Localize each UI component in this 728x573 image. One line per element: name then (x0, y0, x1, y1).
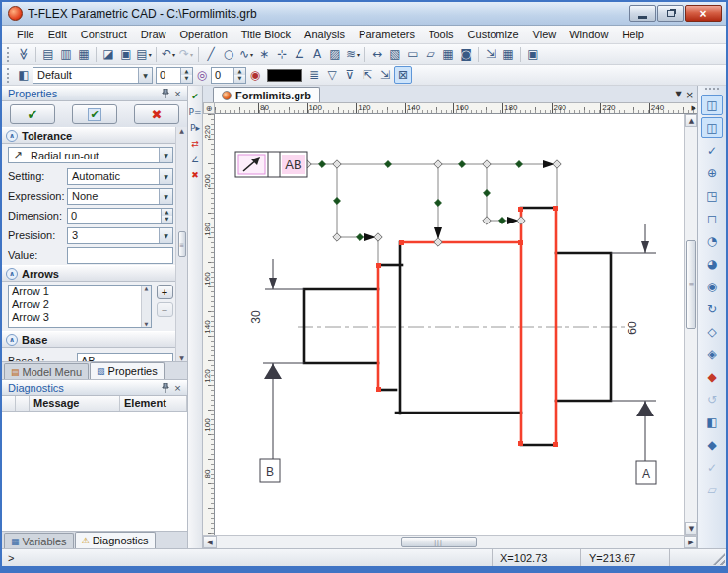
fix-angle-icon[interactable]: ∠ (188, 153, 202, 165)
scroll-up-icon[interactable]: ▲ (685, 114, 697, 127)
close-button[interactable]: × (685, 5, 722, 22)
close-document-icon[interactable]: × (686, 90, 694, 100)
collapse-icon[interactable]: ∧ (6, 130, 18, 142)
toolbar-grip[interactable] (7, 68, 12, 83)
form-dialog-icon[interactable]: ▣ (524, 45, 542, 63)
draw-line-icon[interactable]: ╱ (202, 45, 220, 63)
discard-changes-icon[interactable]: ◆ (701, 366, 723, 387)
selection-filter-icon[interactable]: ⊠ (394, 66, 412, 84)
horizontal-scroll-thumb[interactable]: ||| (401, 537, 477, 547)
text-icon[interactable]: A (308, 45, 326, 63)
vertical-ruler[interactable]: 22020018016014012010080 (203, 114, 215, 535)
vertical-scroll-thumb[interactable]: ≡ (686, 240, 696, 329)
zoom-in-icon[interactable]: ⊕ (701, 162, 723, 183)
print-icon[interactable]: ▤▾ (135, 45, 153, 63)
expression-combo[interactable]: None▼ (67, 188, 173, 205)
cancel-icon[interactable]: ✖ (188, 168, 202, 181)
construct-axes-icon[interactable]: ⊹ (273, 45, 291, 63)
toolbar-grip[interactable] (705, 88, 719, 92)
apply-dialog-button[interactable]: ✔ (72, 104, 117, 124)
precision-combo[interactable]: 3▼ (67, 227, 173, 244)
undo-icon[interactable]: ↶▾ (160, 45, 177, 63)
menu-help[interactable]: Help (615, 27, 651, 42)
fragment-icon[interactable]: ▱ (422, 45, 439, 63)
menu-window[interactable]: Window (563, 27, 615, 42)
tolerance-type-combo[interactable]: ↗ Radial run-out ▼ (8, 147, 173, 163)
base1-input[interactable]: AB (77, 353, 173, 362)
zoom-page-icon[interactable]: ◔ (701, 230, 723, 251)
chevron-down-icon[interactable]: ▼ (159, 189, 172, 204)
dimension-icon[interactable]: ↔ (368, 45, 386, 63)
draw-node-icon[interactable]: ∗ (255, 45, 273, 63)
arrows-list[interactable]: Arrow 1Arrow 2Arrow 3▲▼ (8, 285, 152, 328)
add-arrow-button[interactable]: + (157, 285, 173, 299)
weld-symbol-icon[interactable]: ≋▾ (344, 45, 362, 63)
scroll-down-icon[interactable]: ▼ (685, 522, 697, 535)
pen-level-icon[interactable]: ◎ (193, 66, 211, 84)
toolbar-options-icon[interactable]: ≫ (15, 45, 33, 63)
zoom-all-icon[interactable]: ◉ (701, 276, 723, 296)
menu-tools[interactable]: Tools (422, 27, 461, 42)
menu-edit[interactable]: Edit (41, 27, 74, 42)
menu-customize[interactable]: Customize (461, 27, 526, 42)
update-regenerate-icon[interactable]: ◫ (701, 95, 723, 115)
datum-a[interactable]: A (636, 402, 656, 484)
draw-spline-icon[interactable]: ∿▾ (237, 45, 255, 63)
properties-scrollbar[interactable]: ▲≡▼ (175, 127, 187, 361)
pen-spinner[interactable]: 0 ▲▼ (211, 67, 246, 84)
arrow-list-item[interactable]: Arrow 2 (9, 298, 151, 311)
measure-icon[interactable]: ◧ (701, 412, 723, 432)
cancel-button[interactable]: ✖ (134, 104, 179, 124)
picture-icon[interactable]: ▧ (386, 45, 404, 63)
system-settings-icon[interactable]: ◧ (15, 66, 33, 84)
filter-menu-icon[interactable]: ⊽ (341, 66, 359, 84)
drawing-canvas[interactable]: 30 60 B (215, 114, 684, 535)
dimension-30[interactable]: 30 (249, 259, 304, 459)
chevron-down-icon[interactable]: ▼ (159, 148, 172, 162)
spin-up-icon[interactable]: ▲ (162, 209, 172, 217)
spin-down-icon[interactable]: ▼ (162, 216, 172, 223)
ruler-origin-icon[interactable]: ⊕ (203, 102, 215, 114)
save-document-icon[interactable]: ▣ (117, 45, 135, 63)
arrow-list-item[interactable]: Arrow 1 (9, 286, 151, 298)
tab-variables[interactable]: ▦Variables (4, 533, 74, 548)
scroll-right-icon[interactable]: ▶ (684, 536, 697, 548)
pin-icon[interactable] (159, 88, 171, 99)
confirm-icon[interactable]: ✔ (188, 90, 202, 102)
restore-button[interactable] (657, 5, 684, 22)
dimension-60[interactable]: 60 (611, 224, 656, 461)
tab-properties[interactable]: ▧Properties (90, 362, 165, 379)
vertical-scrollbar[interactable]: ▲ ≡ ▼ (684, 114, 697, 535)
chevron-down-icon[interactable]: ▼ (138, 68, 152, 83)
style-combo[interactable]: Default ▼ (33, 67, 153, 84)
menu-analysis[interactable]: Analysis (298, 27, 352, 42)
new-3d-window-icon[interactable]: ▦ (75, 45, 93, 63)
menu-construct[interactable]: Construct (74, 27, 134, 42)
spin-down-icon[interactable]: ▼ (181, 75, 192, 83)
redraw-icon[interactable]: ↻ (701, 298, 723, 319)
collapse-icon[interactable]: ∧ (6, 334, 18, 346)
datum-b[interactable]: B (260, 364, 282, 482)
apply-button[interactable]: ✔ (10, 104, 55, 124)
arrow-list-item[interactable]: Arrow 3 (9, 311, 151, 324)
zoom-window-icon[interactable]: ◳ (701, 185, 723, 206)
pin-icon[interactable] (159, 382, 171, 394)
dropdown-arrow-icon[interactable]: ▾ (149, 51, 152, 58)
layer-list-icon[interactable]: ≣ (305, 66, 323, 84)
menu-file[interactable]: File (10, 27, 41, 42)
dropdown-arrow-icon[interactable]: ▾ (357, 51, 360, 58)
chevron-down-icon[interactable]: ▼ (159, 169, 172, 184)
snap-toggle-icon[interactable]: ✓ (701, 140, 723, 160)
wireframe-icon[interactable]: ◇ (701, 321, 723, 342)
select-by-type-icon[interactable]: ⇱ (359, 66, 376, 84)
current-color-swatch[interactable] (267, 69, 302, 82)
parameters-dialog-icon[interactable]: P= (188, 105, 202, 118)
reverse-direction-icon[interactable]: ⇄ (188, 137, 202, 150)
dropdown-arrow-icon[interactable]: ▾ (250, 51, 253, 58)
collapse-icon[interactable]: ∧ (6, 268, 18, 280)
assembly-icon[interactable]: ▦ (439, 45, 457, 63)
hatch-icon[interactable]: ▨ (326, 45, 344, 63)
dropdown-arrow-icon[interactable]: ▾ (190, 51, 193, 58)
tolerance-section-header[interactable]: ∧Tolerance (2, 127, 187, 144)
close-icon[interactable]: × (171, 382, 184, 394)
